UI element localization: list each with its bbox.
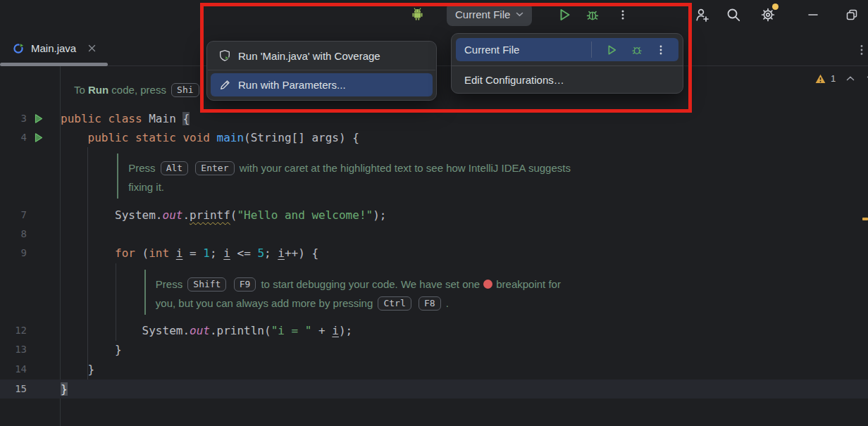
dropdown-item-label: Current File (464, 44, 519, 56)
dropdown-item-current-file[interactable]: Current File (456, 38, 678, 61)
more-kebab-icon[interactable] (656, 44, 666, 56)
keycap: Shift (187, 277, 226, 292)
restore-window-icon[interactable] (843, 6, 861, 24)
run-config-dropdown: Current File Edit C (451, 33, 683, 94)
doc-comment-line: you, but you can always add more by pres… (0, 294, 868, 313)
java-class-icon (13, 42, 25, 54)
menu-item-label: Run 'Main.java' with Coverage (238, 50, 380, 62)
code-line: 8 (0, 225, 868, 244)
debug-icon[interactable] (631, 44, 643, 56)
code-line: 4 public static void main(String[] args)… (0, 128, 868, 147)
run-context-menu: Run 'Main.java' with Coverage Run with P… (206, 41, 437, 101)
menu-item-run-with-coverage[interactable]: Run 'Main.java' with Coverage (207, 42, 436, 70)
menu-item-run-with-parameters[interactable]: Run with Parameters... (211, 73, 433, 96)
keycap: F9 (234, 277, 256, 292)
gutter-run-icon[interactable] (33, 113, 44, 124)
warning-stripe-mark[interactable] (862, 218, 868, 220)
code-line: 12 System.out.println("i = " + i); (0, 321, 868, 340)
android-robot-icon (409, 6, 426, 23)
menu-divider (208, 70, 435, 70)
warning-icon (815, 74, 826, 84)
settings-notification-badge (772, 4, 779, 10)
line-number[interactable]: 8 (0, 225, 27, 244)
tab-main-java[interactable]: Main.java (6, 30, 103, 65)
line-number[interactable]: 3 (0, 109, 27, 128)
pencil-icon (219, 79, 231, 91)
search-icon[interactable] (724, 6, 743, 24)
doc-comment-line: fixing it. (0, 177, 868, 196)
line-number[interactable]: 9 (0, 244, 27, 263)
code-line: 14 } (0, 360, 868, 379)
gutter-run-icon[interactable] (33, 132, 44, 143)
main-toolbar: Current File (0, 0, 868, 30)
code-line: 13 } (0, 340, 868, 359)
tab-options-kebab-icon[interactable] (857, 41, 867, 59)
tab-label: Main.java (31, 42, 76, 54)
keycap: Shi (171, 83, 199, 97)
add-user-icon[interactable] (693, 6, 711, 24)
line-number[interactable]: 13 (0, 340, 27, 359)
code-line: 7 System.out.printf("Hello and welcome!"… (0, 206, 868, 225)
line-number[interactable]: 12 (0, 321, 27, 340)
ide-window: Current File (0, 0, 868, 426)
debug-button[interactable] (584, 6, 601, 23)
run-configuration-label: Current File (455, 8, 510, 20)
coverage-shield-icon (218, 49, 231, 62)
vertical-separator (591, 42, 592, 58)
code-line: 15} (0, 380, 868, 399)
chevron-down-icon (516, 12, 523, 17)
keycap: F8 (418, 296, 441, 311)
close-icon[interactable] (88, 44, 96, 52)
code-editor[interactable]: To Run code, press Shi3public class Main… (0, 66, 868, 426)
code-line: 9 for (int i = 1; i <= 5; i++) { (0, 244, 868, 263)
run-icon[interactable] (605, 44, 618, 56)
more-kebab-icon[interactable] (614, 6, 631, 23)
run-button[interactable] (556, 6, 573, 23)
menu-item-label: Run with Parameters... (238, 79, 346, 91)
keycap: Alt (161, 161, 188, 175)
prev-problem-chevron-up-icon[interactable] (846, 76, 855, 81)
warning-count: 1 (831, 73, 836, 84)
line-number[interactable]: 15 (0, 380, 27, 399)
keycap: Ctrl (378, 296, 411, 311)
settings-gear-icon[interactable] (759, 6, 777, 24)
doc-comment-line: Press Shift F9 to start debugging your c… (0, 275, 868, 294)
minimize-icon[interactable] (804, 6, 822, 24)
line-number[interactable]: 7 (0, 206, 27, 225)
breakpoint-dot (483, 280, 492, 289)
doc-comment-line: Press Alt Enter with your caret at the h… (0, 158, 868, 177)
inspections-widget[interactable]: 1 (815, 73, 868, 84)
keycap: Enter (195, 161, 234, 175)
dropdown-item-edit-configurations[interactable]: Edit Configurations… (452, 66, 683, 93)
run-configuration-selector[interactable]: Current File (447, 3, 532, 26)
line-number[interactable]: 14 (0, 360, 27, 379)
dropdown-item-label: Edit Configurations… (464, 74, 564, 86)
line-number[interactable]: 4 (0, 128, 27, 147)
code-line: 3public class Main { (0, 109, 868, 128)
